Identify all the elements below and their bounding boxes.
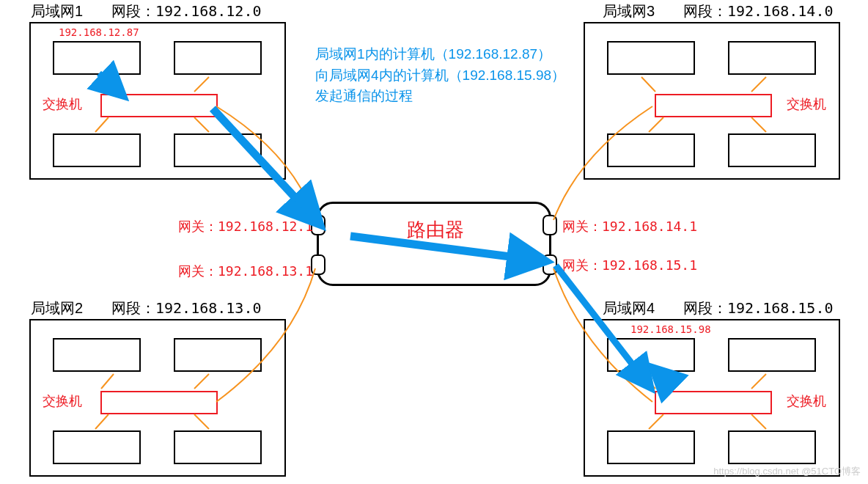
lan3-computer-br [728,133,816,167]
lan1-ip: 192.168.12.87 [59,26,139,38]
lan2-switch [100,391,218,414]
gateway2: 网关：192.168.13.1 [178,263,313,280]
lan1-switch-label: 交换机 [43,95,82,113]
lan4-subnet: 网段：192.168.15.0 [683,298,834,318]
lan1-computer-br [174,133,262,167]
lan4-switch-label: 交换机 [787,392,826,410]
lan3-switch-label: 交换机 [787,95,826,113]
lan2-title: 局域网2 [31,298,83,318]
lan4-computer-tl [607,338,695,372]
lan3-subnet: 网段：192.168.14.0 [683,1,834,21]
router-label: 路由器 [407,217,464,243]
lan2-computer-tl [53,338,141,372]
lan3-title: 局域网3 [603,1,655,21]
lan4-ip: 192.168.15.98 [630,323,711,335]
gateway3: 网关：192.168.14.1 [562,218,697,235]
lan1-title: 局域网1 [31,1,83,21]
lan2-switch-label: 交换机 [43,392,82,410]
desc-line3: 发起通信的过程 [315,86,565,107]
description: 局域网1内的计算机（192.168.12.87） 向局域网4内的计算机（192.… [315,44,565,107]
lan1-subnet: 网段：192.168.12.0 [111,1,262,21]
router-box [317,202,551,286]
lan1-computer-tl [53,41,141,75]
router-port-tr [542,215,557,235]
lan2-subnet: 网段：192.168.13.0 [111,298,262,318]
lan2-computer-tr [174,338,262,372]
lan1-computer-bl [53,133,141,167]
lan4-title: 局域网4 [603,298,655,318]
lan4-switch [655,391,772,414]
lan4-computer-tr [728,338,816,372]
lan3-computer-tr [728,41,816,75]
router-port-br [542,254,557,275]
lan4-computer-bl [607,430,695,464]
lan3-computer-bl [607,133,695,167]
lan4-computer-br [728,430,816,464]
lan1-switch [100,94,218,117]
gateway1: 网关：192.168.12.1 [178,218,313,235]
lan2-computer-bl [53,430,141,464]
watermark: https://blog.csdn.net @51CTO博客 [713,465,861,478]
desc-line1: 局域网1内的计算机（192.168.12.87） [315,44,565,65]
gateway4: 网关：192.168.15.1 [562,257,697,274]
lan1-computer-tr [174,41,262,75]
lan3-computer-tl [607,41,695,75]
lan3-switch [655,94,772,117]
desc-line2: 向局域网4内的计算机（192.168.15.98） [315,65,565,87]
lan2-computer-br [174,430,262,464]
